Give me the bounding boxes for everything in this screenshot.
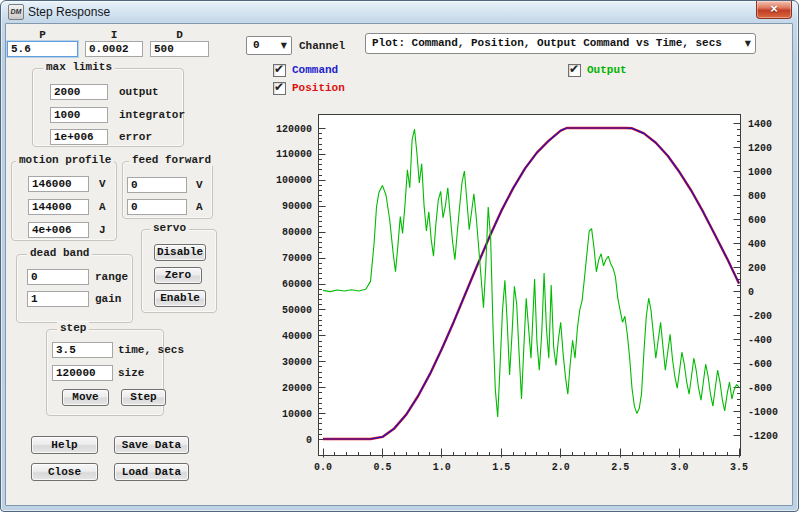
step-time-label: time, secs <box>118 343 184 358</box>
dead-band-group: dead band range gain <box>16 254 133 323</box>
profile-a-input[interactable] <box>28 199 89 215</box>
command-checkbox[interactable]: ✔ <box>273 64 286 77</box>
step-title: step <box>57 322 89 334</box>
profile-j-label: J <box>99 223 106 238</box>
profile-v-input[interactable] <box>28 176 89 192</box>
check-icon: ✔ <box>274 62 284 76</box>
app-icon: DM <box>8 4 24 20</box>
plot-select-value: Plot: Command, Position, Output Command … <box>372 37 722 49</box>
servo-disable-button[interactable]: Disable <box>154 244 206 261</box>
close-icon: × <box>770 1 778 16</box>
step-group: step time, secs size Move Step <box>46 329 164 416</box>
step-button[interactable]: Step <box>121 389 166 406</box>
feed-forward-title: feed forward <box>129 154 214 166</box>
command-checkbox-label: Command <box>292 63 338 78</box>
servo-enable-button[interactable]: Enable <box>154 290 206 307</box>
channel-select[interactable]: 0 ▼ <box>246 36 292 55</box>
motion-profile-title: motion profile <box>16 154 114 166</box>
servo-title: servo <box>150 222 189 234</box>
profile-v-label: V <box>99 177 106 192</box>
chevron-down-icon: ▼ <box>281 37 287 54</box>
step-size-label: size <box>118 366 144 381</box>
max-error-input[interactable] <box>50 129 108 145</box>
close-window-button[interactable]: × <box>756 1 792 19</box>
feed-forward-group: feed forward V A <box>122 161 213 219</box>
max-integrator-input[interactable] <box>50 107 108 123</box>
step-size-input[interactable] <box>52 365 113 381</box>
window-step-response: DM Step Response × P I D 0 ▼ Channel Plo… <box>0 0 799 512</box>
profile-a-label: A <box>99 200 106 215</box>
ff-a-input[interactable] <box>127 199 187 215</box>
save-data-button[interactable]: Save Data <box>114 436 189 454</box>
dead-band-title: dead band <box>27 247 92 259</box>
ff-a-label: A <box>196 200 203 215</box>
dead-band-range-label: range <box>95 270 128 285</box>
dead-band-gain-input[interactable] <box>27 291 89 307</box>
p-input[interactable] <box>7 41 78 57</box>
channel-value: 0 <box>253 39 260 51</box>
max-limits-title: max limits <box>43 61 115 73</box>
dead-band-range-input[interactable] <box>27 269 89 285</box>
check-icon: ✔ <box>569 62 579 76</box>
chevron-down-icon: ▼ <box>745 34 751 53</box>
output-checkbox[interactable]: ✔ <box>568 64 581 77</box>
load-data-button[interactable]: Load Data <box>114 463 189 481</box>
motion-profile-group: motion profile V A J <box>11 161 117 241</box>
ff-v-input[interactable] <box>127 177 187 193</box>
step-time-input[interactable] <box>52 342 113 358</box>
i-input[interactable] <box>85 41 143 57</box>
servo-group: servo Disable Zero Enable <box>141 229 217 313</box>
max-output-label: output <box>119 85 159 100</box>
position-checkbox-label: Position <box>292 81 345 96</box>
dead-band-gain-label: gain <box>95 292 121 307</box>
output-checkbox-label: Output <box>587 63 627 78</box>
ff-v-label: V <box>196 178 203 193</box>
title-bar[interactable]: DM Step Response × <box>1 1 798 23</box>
profile-j-input[interactable] <box>28 222 89 238</box>
max-error-label: error <box>119 130 152 145</box>
window-title: Step Response <box>28 5 110 19</box>
d-input[interactable] <box>150 41 209 57</box>
move-button[interactable]: Move <box>62 389 109 406</box>
max-output-input[interactable] <box>50 84 108 100</box>
check-icon: ✔ <box>274 80 284 94</box>
close-button[interactable]: Close <box>31 463 98 481</box>
position-checkbox[interactable]: ✔ <box>273 82 286 95</box>
channel-label: Channel <box>299 39 345 54</box>
max-limits-group: max limits output integrator error <box>32 68 184 147</box>
help-button[interactable]: Help <box>31 436 98 454</box>
plot-select[interactable]: Plot: Command, Position, Output Command … <box>365 33 756 54</box>
servo-zero-button[interactable]: Zero <box>154 267 202 284</box>
max-integrator-label: integrator <box>119 108 185 123</box>
